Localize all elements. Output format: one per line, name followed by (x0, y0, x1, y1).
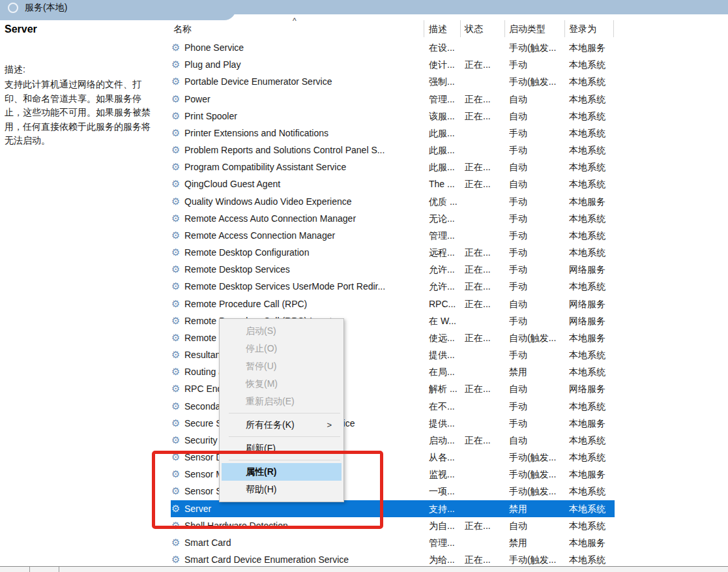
service-description-cell: 使计... (429, 56, 461, 73)
table-row[interactable]: ⚙Remote Desktop Services允许...正在...手动网络服务 (171, 261, 615, 278)
service-description-cell: 支持... (429, 500, 461, 517)
service-logon-cell: 本地服务 (569, 193, 615, 210)
table-row[interactable]: ⚙Print Spooler该服...正在...自动本地系统 (171, 108, 615, 125)
menu-item-pause: 暂停(U) (220, 357, 343, 375)
service-logon-cell: 网络服务 (569, 312, 615, 329)
service-startup-type-cell: 自动 (509, 517, 566, 534)
service-name: Plug and Play (184, 56, 424, 73)
table-row[interactable]: ⚙Problem Reports and Solutions Control P… (171, 142, 615, 158)
service-logon-cell: 本地服务 (569, 39, 615, 56)
service-logon-cell: 本地系统 (569, 398, 615, 415)
bottom-tab-strip (0, 567, 728, 572)
service-description-cell: 在局... (429, 363, 461, 380)
column-header-description[interactable]: 描述 (429, 23, 447, 35)
bottom-tab-divider (59, 567, 59, 572)
table-row[interactable]: ⚙Remote Access Auto Connection Manager无论… (171, 210, 615, 227)
service-startup-type-cell: 自动 (509, 380, 566, 397)
service-gear-icon: ⚙ (171, 534, 180, 551)
service-name: Remote Access Auto Connection Manager (184, 210, 424, 227)
service-logon-cell: 本地系统 (569, 175, 615, 192)
service-gear-icon: ⚙ (171, 432, 180, 449)
header-separator[interactable] (424, 20, 424, 37)
column-header-startup-type[interactable]: 启动类型 (509, 23, 546, 35)
table-row[interactable]: ⚙Remote Procedure Call (RPC)RPC...正在...自… (171, 295, 615, 312)
table-row[interactable]: ⚙Smart Card管理...禁用本地服务 (171, 534, 615, 551)
service-logon-cell: 本地系统 (569, 227, 615, 244)
table-row[interactable]: ⚙Power管理...正在...自动本地系统 (171, 91, 615, 108)
service-description-cell: 该服... (429, 108, 461, 125)
service-gear-icon: ⚙ (171, 125, 180, 142)
service-gear-icon: ⚙ (171, 142, 180, 158)
table-row[interactable]: ⚙Printer Extensions and Notifications此服.… (171, 125, 615, 142)
header-separator[interactable] (613, 20, 614, 37)
table-row[interactable]: ⚙Remote Access Connection Manager管理...手动… (171, 227, 615, 244)
service-logon-cell: 网络服务 (569, 380, 615, 397)
service-startup-type-cell: 手动 (509, 125, 566, 142)
header-separator[interactable] (504, 20, 505, 37)
service-logon-cell: 本地系统 (569, 73, 615, 90)
service-status-cell: 正在... (465, 91, 504, 108)
table-row[interactable]: ⚙Remote Desktop Configuration远程...正在...手… (171, 244, 615, 261)
table-row[interactable]: ⚙Remote Desktop Services UserMode Port R… (171, 278, 615, 295)
service-logon-cell: 本地系统 (569, 500, 615, 517)
service-startup-type-cell: 手动 (509, 193, 566, 210)
service-logon-cell: 本地系统 (569, 142, 615, 158)
service-startup-type-cell: 禁用 (509, 534, 566, 551)
service-status-cell: 正在... (465, 261, 504, 278)
table-row[interactable]: ⚙Plug and Play使计...正在...手动本地系统 (171, 56, 615, 73)
menu-item-start: 启动(S) (220, 322, 343, 340)
header-separator[interactable] (564, 20, 565, 37)
service-gear-icon: ⚙ (171, 73, 180, 90)
service-description-cell: 管理... (429, 227, 461, 244)
page-title: 服务(本地) (25, 2, 67, 14)
column-header-logon-as[interactable]: 登录为 (569, 23, 596, 35)
service-gear-icon: ⚙ (171, 329, 180, 346)
service-startup-type-cell: 自动 (509, 108, 566, 125)
service-logon-cell: 本地系统 (569, 108, 615, 125)
service-name: QingCloud Guest Agent (184, 175, 424, 192)
service-description-cell: 一项... (429, 483, 461, 500)
service-startup-type-cell: 手动(触发... (509, 483, 566, 500)
service-startup-type-cell: 手动(触发... (509, 39, 566, 56)
service-gear-icon: ⚙ (171, 210, 180, 227)
service-name: Power (184, 91, 424, 108)
table-row[interactable]: ⚙Quality Windows Audio Video Experience优… (171, 193, 615, 210)
menu-item-resume: 恢复(M) (220, 375, 343, 393)
table-row[interactable]: ⚙Program Compatibility Assistant Service… (171, 158, 615, 175)
service-logon-cell: 本地服务 (569, 415, 615, 432)
service-name: Print Spooler (184, 108, 424, 125)
service-startup-type-cell: 禁用 (509, 500, 566, 517)
service-gear-icon: ⚙ (171, 380, 180, 397)
service-name: Remote Procedure Call (RPC) (184, 295, 424, 312)
service-logon-cell: 本地服务 (569, 466, 615, 483)
service-startup-type-cell: 自动 (509, 295, 566, 312)
service-gear-icon: ⚙ (171, 175, 180, 192)
header-separator[interactable] (460, 20, 461, 37)
table-row[interactable]: ⚙QingCloud Guest AgentThe ...正在...自动本地系统 (171, 175, 615, 192)
service-startup-type-cell: 自动 (509, 432, 566, 449)
table-row[interactable]: ⚙Phone Service在设...手动(触发...本地服务 (171, 39, 615, 56)
menu-item-stop: 停止(O) (220, 340, 343, 357)
column-header-name[interactable]: 名称 (173, 23, 192, 35)
menu-item-all-tasks[interactable]: 所有任务(K)> (220, 416, 343, 434)
service-gear-icon: ⚙ (171, 261, 180, 278)
service-name: Portable Device Enumerator Service (184, 73, 424, 90)
table-row[interactable]: ⚙Portable Device Enumerator Service强制...… (171, 73, 615, 90)
service-description-cell: 解析 ... (429, 380, 461, 397)
service-logon-cell: 本地服务 (569, 534, 615, 551)
services-icon (8, 3, 18, 13)
column-header-status[interactable]: 状态 (465, 23, 483, 35)
service-status-cell: 正在... (465, 517, 504, 534)
service-status-cell: 正在... (465, 432, 504, 449)
service-logon-cell: 网络服务 (569, 295, 615, 312)
service-startup-type-cell: 手动 (509, 56, 566, 73)
service-gear-icon: ⚙ (171, 193, 180, 210)
service-gear-icon: ⚙ (171, 398, 180, 415)
service-startup-type-cell: 手动 (509, 261, 566, 278)
service-description-cell: 提供... (429, 415, 461, 432)
service-gear-icon: ⚙ (171, 158, 180, 175)
service-description-cell: 为自... (429, 517, 461, 534)
service-status-cell: 正在... (465, 175, 504, 192)
service-status-cell: 正在... (465, 295, 504, 312)
service-gear-icon: ⚙ (171, 39, 180, 56)
